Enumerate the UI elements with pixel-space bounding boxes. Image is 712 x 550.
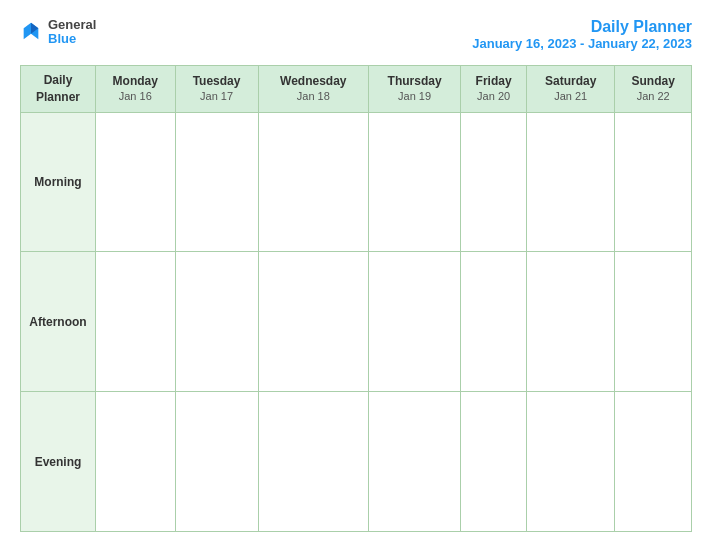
evening-friday-cell[interactable] bbox=[461, 392, 527, 532]
morning-row: Morning bbox=[21, 112, 692, 252]
header-row: Daily Planner Monday Jan 16 Tuesday Jan … bbox=[21, 66, 692, 113]
day-name-tuesday: Tuesday bbox=[180, 74, 254, 90]
day-date-thursday: Jan 19 bbox=[373, 89, 456, 103]
day-date-wednesday: Jan 18 bbox=[263, 89, 364, 103]
header: General Blue Daily Planner January 16, 2… bbox=[20, 18, 692, 51]
day-name-wednesday: Wednesday bbox=[263, 74, 364, 90]
planner-table: Daily Planner Monday Jan 16 Tuesday Jan … bbox=[20, 65, 692, 532]
afternoon-row: Afternoon bbox=[21, 252, 692, 392]
label-line1: Daily bbox=[44, 73, 73, 87]
afternoon-thursday-cell[interactable] bbox=[369, 252, 461, 392]
day-date-monday: Jan 16 bbox=[100, 89, 171, 103]
day-date-friday: Jan 20 bbox=[465, 89, 522, 103]
logo-blue: Blue bbox=[48, 32, 96, 46]
label-line2: Planner bbox=[36, 90, 80, 104]
evening-tuesday-cell[interactable] bbox=[175, 392, 258, 532]
title-area: Daily Planner January 16, 2023 - January… bbox=[472, 18, 692, 51]
evening-monday-cell[interactable] bbox=[96, 392, 176, 532]
morning-saturday-cell[interactable] bbox=[527, 112, 615, 252]
afternoon-wednesday-cell[interactable] bbox=[258, 252, 368, 392]
morning-monday-cell[interactable] bbox=[96, 112, 176, 252]
day-name-thursday: Thursday bbox=[373, 74, 456, 90]
logo-general: General bbox=[48, 18, 96, 32]
morning-tuesday-cell[interactable] bbox=[175, 112, 258, 252]
afternoon-saturday-cell[interactable] bbox=[527, 252, 615, 392]
logo-text: General Blue bbox=[48, 18, 96, 47]
column-header-wednesday: Wednesday Jan 18 bbox=[258, 66, 368, 113]
column-header-sunday: Sunday Jan 22 bbox=[615, 66, 692, 113]
evening-sunday-cell[interactable] bbox=[615, 392, 692, 532]
afternoon-monday-cell[interactable] bbox=[96, 252, 176, 392]
column-header-thursday: Thursday Jan 19 bbox=[369, 66, 461, 113]
afternoon-tuesday-cell[interactable] bbox=[175, 252, 258, 392]
evening-label: Evening bbox=[21, 392, 96, 532]
title-main: Daily Planner bbox=[472, 18, 692, 36]
title-date-range: January 16, 2023 - January 22, 2023 bbox=[472, 36, 692, 51]
logo-icon bbox=[20, 21, 42, 43]
morning-sunday-cell[interactable] bbox=[615, 112, 692, 252]
column-header-saturday: Saturday Jan 21 bbox=[527, 66, 615, 113]
column-header-label: Daily Planner bbox=[21, 66, 96, 113]
afternoon-sunday-cell[interactable] bbox=[615, 252, 692, 392]
day-name-friday: Friday bbox=[465, 74, 522, 90]
column-header-tuesday: Tuesday Jan 17 bbox=[175, 66, 258, 113]
day-date-sunday: Jan 22 bbox=[619, 89, 687, 103]
evening-saturday-cell[interactable] bbox=[527, 392, 615, 532]
column-header-monday: Monday Jan 16 bbox=[96, 66, 176, 113]
day-name-sunday: Sunday bbox=[619, 74, 687, 90]
afternoon-friday-cell[interactable] bbox=[461, 252, 527, 392]
morning-friday-cell[interactable] bbox=[461, 112, 527, 252]
afternoon-label: Afternoon bbox=[21, 252, 96, 392]
evening-row: Evening bbox=[21, 392, 692, 532]
day-date-tuesday: Jan 17 bbox=[180, 89, 254, 103]
morning-thursday-cell[interactable] bbox=[369, 112, 461, 252]
page: General Blue Daily Planner January 16, 2… bbox=[0, 0, 712, 550]
day-name-saturday: Saturday bbox=[531, 74, 610, 90]
morning-label: Morning bbox=[21, 112, 96, 252]
day-date-saturday: Jan 21 bbox=[531, 89, 610, 103]
evening-thursday-cell[interactable] bbox=[369, 392, 461, 532]
evening-wednesday-cell[interactable] bbox=[258, 392, 368, 532]
day-name-monday: Monday bbox=[100, 74, 171, 90]
morning-wednesday-cell[interactable] bbox=[258, 112, 368, 252]
column-header-friday: Friday Jan 20 bbox=[461, 66, 527, 113]
logo-area: General Blue bbox=[20, 18, 96, 47]
